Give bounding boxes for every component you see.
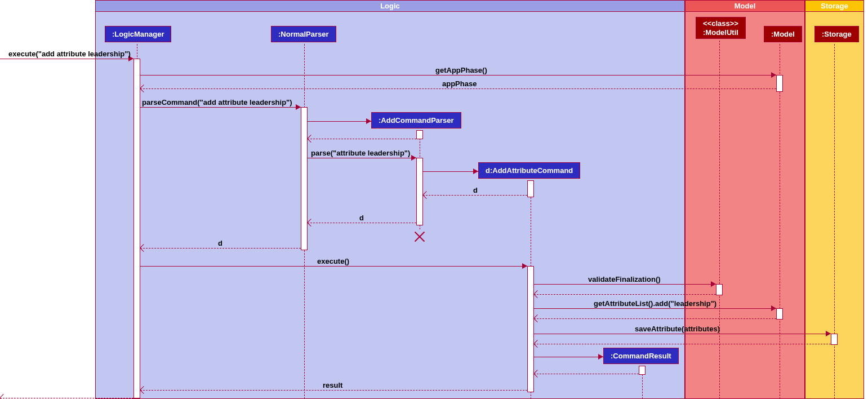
normal-parser-activation (301, 107, 308, 250)
msg-create-cr-line (534, 357, 603, 357)
msg-validate-line (534, 284, 716, 285)
model-head: :Model (764, 26, 802, 42)
msg-d1-line (423, 195, 527, 196)
msg-finalout-line (0, 398, 133, 398)
msg-parse-line (308, 158, 416, 158)
msg-create-acp-line (308, 121, 371, 122)
msg-getattrlist-label: getAttributeList().add("leadership") (594, 299, 716, 308)
command-result-head: :CommandResult (603, 348, 679, 364)
msg-create-aac-line (423, 171, 478, 172)
storage-header: Storage (805, 1, 863, 12)
msg-getappphase-label: getAppPhase() (435, 66, 487, 74)
msg-parse-arrow (411, 155, 416, 161)
msg-create-cr-arrow (598, 354, 603, 360)
msg-cr-ret (534, 374, 639, 374)
msg-create-acp-arrow (366, 118, 371, 124)
msg-validate-ret (534, 294, 716, 295)
msg-execute-line (0, 59, 133, 59)
add-command-parser-head: :AddCommandParser (371, 112, 461, 128)
storage-activation (831, 334, 838, 345)
add-command-parser-activation2 (416, 158, 423, 225)
msg-parse-label: parse("attribute leadership") (311, 149, 410, 157)
logic-manager-head: :LogicManager (105, 26, 171, 42)
msg-d2-label: d (359, 214, 364, 222)
msg-d3-line (140, 248, 301, 249)
msg-saveattr-label: saveAttribute(attributes) (635, 325, 720, 333)
msg-parsecommand-line (140, 107, 301, 108)
logic-container: Logic (95, 0, 685, 399)
msg-validate-label: validateFinalization() (588, 275, 661, 283)
destroy-acp (414, 231, 425, 242)
model-util-stereo: <<class>> (703, 19, 738, 28)
msg-appphase-line (140, 88, 776, 89)
msg-getattrlist-arrow (771, 305, 776, 311)
msg-getattrlist-ret (534, 318, 776, 319)
msg-acp-return-line (308, 139, 416, 139)
msg-saveattr-arrow (826, 331, 831, 336)
msg-executecall-label: execute() (317, 257, 349, 265)
model-container: Model (685, 0, 805, 399)
msg-d2-line (308, 223, 416, 223)
add-command-parser-activation1 (416, 130, 423, 139)
msg-parsecommand-label: parseCommand("add attribute leadership") (142, 98, 292, 107)
storage-head: :Storage (814, 26, 859, 42)
msg-result-line (140, 390, 527, 391)
logic-manager-activation (133, 59, 140, 398)
msg-executecall-arrow (522, 263, 527, 269)
model-util-head: <<class>> :ModelUtil (696, 17, 746, 39)
msg-create-aac-arrow (473, 169, 478, 174)
msg-execute-label: execute("add attribute leadership") (8, 50, 131, 58)
model-header: Model (686, 1, 804, 12)
model-activation2 (776, 308, 783, 320)
normal-parser-head: :NormalParser (271, 26, 336, 42)
model-util-activation (716, 284, 723, 295)
msg-finalout-arrow (0, 394, 7, 399)
msg-d3-label: d (218, 239, 222, 247)
logic-header: Logic (96, 1, 684, 12)
storage-lifeline (834, 44, 835, 399)
msg-getappphase-arrow (771, 72, 776, 78)
msg-result-label: result (323, 381, 342, 389)
command-result-activation (639, 366, 646, 375)
model-util-lifeline (719, 41, 720, 399)
model-lifeline (780, 44, 780, 399)
add-attr-cmd-activation1 (527, 180, 534, 197)
add-attribute-command-head: d:AddAttributeCommand (478, 162, 580, 179)
msg-saveattr-line (534, 334, 831, 334)
msg-getappphase-line (140, 75, 776, 76)
msg-executecall-line (140, 266, 527, 267)
msg-appphase-label: appPhase (442, 79, 477, 88)
msg-d1-label: d (473, 186, 478, 194)
msg-getattrlist-line (534, 308, 776, 309)
msg-validate-arrow (711, 281, 716, 287)
msg-saveattr-ret (534, 344, 831, 344)
model-activation1 (776, 75, 783, 92)
model-util-label: :ModelUtil (703, 28, 738, 37)
msg-parsecommand-arrow (296, 104, 301, 110)
